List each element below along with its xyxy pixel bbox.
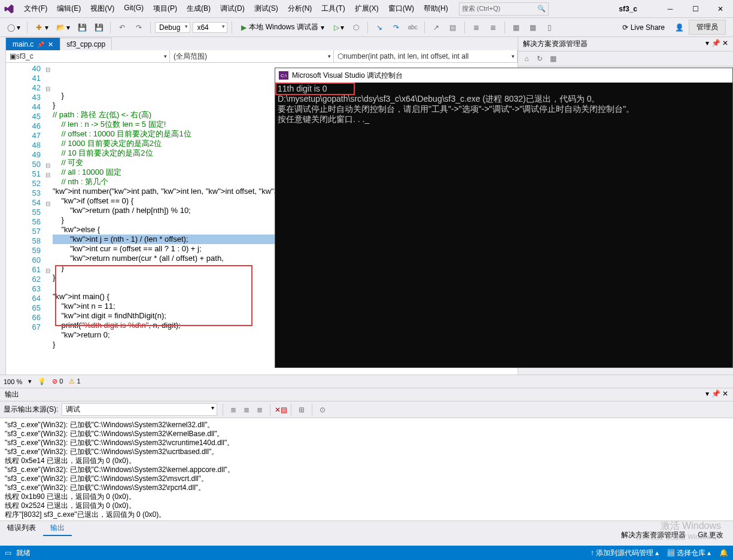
- lightbulb-icon[interactable]: 💡: [38, 378, 46, 385]
- step-into-icon[interactable]: ↘: [372, 21, 387, 34]
- output-next-icon[interactable]: ≣: [255, 405, 264, 415]
- minimize-button[interactable]: ─: [661, 2, 679, 16]
- uncomment-icon[interactable]: ▦: [526, 21, 540, 34]
- liveshare-button[interactable]: ⟳ Live Share: [618, 22, 670, 33]
- account-icon[interactable]: 👤: [672, 21, 686, 34]
- close-button[interactable]: ✕: [711, 2, 729, 16]
- menu-帮助(H)[interactable]: 帮助(H): [420, 2, 452, 16]
- editor-footer: 100 %▾ 💡 ⊘ 0 ⚠ 1: [0, 375, 733, 388]
- open-button[interactable]: 📂▾: [53, 21, 72, 34]
- output-pin-icon[interactable]: ▾ 📌 ✕: [705, 389, 728, 400]
- status-bell-icon[interactable]: 🔔: [719, 549, 728, 557]
- search-icon: 🔍: [537, 5, 546, 13]
- save-button[interactable]: 💾: [75, 21, 89, 34]
- status-repo[interactable]: ▦ 选择仓库 ▴: [667, 548, 711, 558]
- warning-count[interactable]: ⚠ 1: [69, 378, 80, 385]
- file-tabs: main.c📌✕sf3_cpp.cpp: [6, 37, 518, 50]
- menu-调试(D)[interactable]: 调试(D): [217, 2, 248, 16]
- left-gutter: [0, 37, 6, 375]
- output-clear-icon[interactable]: ✕▤: [276, 405, 285, 415]
- window-controls: ─ ☐ ✕: [661, 2, 729, 16]
- debug-console[interactable]: C:\ Microsoft Visual Studio 调试控制台 11th d…: [275, 68, 733, 368]
- output-panel: 输出▾ 📌 ✕ 显示输出来源(S): 调试 ≣ ≣ ≣ ✕▤ ⊞ ⊙ "sf3_…: [0, 388, 733, 536]
- panel-pin-icon[interactable]: ▾ 📌 ✕: [705, 39, 728, 49]
- tb-icon-b[interactable]: ▤: [446, 21, 460, 34]
- comment-icon[interactable]: ▦: [509, 21, 524, 34]
- solution-name: sf3_c: [607, 4, 649, 14]
- output-clock-icon[interactable]: ⊙: [318, 405, 327, 415]
- titlebar: 文件(F)编辑(E)视图(V)Git(G)项目(P)生成(B)调试(D)测试(S…: [0, 0, 733, 18]
- output-tab-输出[interactable]: 输出: [43, 521, 72, 536]
- output-prev-icon[interactable]: ≣: [242, 405, 251, 415]
- menu-Git(G)[interactable]: Git(G): [120, 2, 147, 16]
- abc-icon[interactable]: abc: [406, 21, 420, 34]
- run-button[interactable]: ▶本地 Windows 调试器 ▾: [236, 21, 329, 34]
- se-icon[interactable]: ▦: [548, 54, 558, 63]
- error-count[interactable]: ⊘ 0: [52, 378, 63, 385]
- highlight-box-console: [275, 83, 355, 95]
- console-titlebar: C:\ Microsoft Visual Studio 调试控制台: [275, 68, 732, 83]
- new-button[interactable]: ✚▾: [32, 21, 51, 34]
- maximize-button[interactable]: ☐: [686, 2, 704, 16]
- config-combo[interactable]: Debug: [155, 22, 190, 33]
- console-icon: C:\: [279, 71, 288, 80]
- output-source-label: 显示输出来源(S):: [4, 404, 58, 415]
- menu-项目(P)[interactable]: 项目(P): [150, 2, 181, 16]
- back-button[interactable]: ◯▾: [4, 21, 23, 34]
- indent-icon[interactable]: ≣: [469, 21, 483, 34]
- menu-文件(F)[interactable]: 文件(F): [20, 2, 51, 16]
- br-tab-解决方案资源管理器[interactable]: 解决方案资源管理器: [615, 528, 692, 542]
- output-tab-错误列表[interactable]: 错误列表: [0, 521, 43, 536]
- output-title: 输出: [5, 389, 19, 400]
- outdent-icon[interactable]: ≣: [486, 21, 500, 34]
- menu-工具(T)[interactable]: 工具(T): [318, 2, 348, 16]
- file-tab-sf3_cpp.cpp[interactable]: sf3_cpp.cpp: [60, 38, 112, 50]
- menu-分析(N)[interactable]: 分析(N): [284, 2, 316, 16]
- zoom-level[interactable]: 100 %: [4, 378, 22, 385]
- nav-bar: ▣ sf3_c (全局范围) ⬡ number(int path, int le…: [6, 50, 518, 63]
- toolbar: ◯▾ ✚▾ 📂▾ 💾 💾 ↶ ↷ Debug x64 ▶本地 Windows 调…: [0, 18, 733, 37]
- platform-combo[interactable]: x64: [193, 22, 227, 33]
- status-ready-icon: ▭: [5, 549, 11, 557]
- nav-member[interactable]: ⬡ number(int path, int len, int offset, …: [334, 50, 518, 62]
- solution-explorer-toolbar: ⌂ ↻ ▦: [518, 51, 733, 66]
- menu-窗口(W)[interactable]: 窗口(W): [385, 2, 418, 16]
- menu-测试(S)[interactable]: 测试(S): [251, 2, 282, 16]
- output-wrap-icon[interactable]: ⊞: [297, 405, 306, 415]
- saveall-button[interactable]: 💾: [92, 21, 106, 34]
- output-source-combo[interactable]: 调试: [62, 403, 217, 416]
- menu-扩展(X)[interactable]: 扩展(X): [351, 2, 382, 16]
- vs-logo-icon: [4, 4, 14, 14]
- admin-badge: 管理员: [689, 20, 726, 35]
- bookmark-icon[interactable]: ▯: [543, 21, 557, 34]
- solution-explorer-title: 解决方案资源管理器: [523, 39, 588, 49]
- refresh-icon[interactable]: ↻: [535, 54, 545, 63]
- right-bottom-tabs: 解决方案资源管理器Git 更改: [615, 528, 729, 542]
- nav-scope[interactable]: ▣ sf3_c: [6, 50, 170, 62]
- status-ready: 就绪: [16, 548, 31, 558]
- search-box[interactable]: 搜索 (Ctrl+Q)🔍: [459, 2, 549, 16]
- file-tab-main.c[interactable]: main.c📌✕: [6, 38, 60, 50]
- step-over-icon[interactable]: ↷: [389, 21, 403, 34]
- redo-button[interactable]: ↷: [132, 21, 146, 34]
- status-srcctrl[interactable]: ↑ 添加到源代码管理 ▴: [591, 548, 659, 558]
- statusbar: ▭就绪 ↑ 添加到源代码管理 ▴ ▦ 选择仓库 ▴ 🔔: [0, 546, 733, 560]
- menu-编辑(E)[interactable]: 编辑(E): [53, 2, 84, 16]
- nav-scope2[interactable]: (全局范围): [170, 50, 334, 62]
- br-tab-Git 更改[interactable]: Git 更改: [692, 528, 729, 542]
- main-menu: 文件(F)编辑(E)视图(V)Git(G)项目(P)生成(B)调试(D)测试(S…: [20, 2, 452, 16]
- output-body[interactable]: "sf3_c.exe"(Win32): 已加载"C:\Windows\Syste…: [0, 418, 733, 521]
- run-noDebug-button[interactable]: ▷▾: [331, 22, 346, 34]
- stop-button[interactable]: ⬡: [349, 21, 363, 34]
- home-icon[interactable]: ⌂: [522, 54, 531, 63]
- output-goto-icon[interactable]: ≣: [229, 405, 238, 415]
- undo-button[interactable]: ↶: [115, 21, 129, 34]
- menu-生成(B)[interactable]: 生成(B): [183, 2, 214, 16]
- tb-icon-a[interactable]: ↗: [429, 21, 443, 34]
- menu-视图(V)[interactable]: 视图(V): [87, 2, 118, 16]
